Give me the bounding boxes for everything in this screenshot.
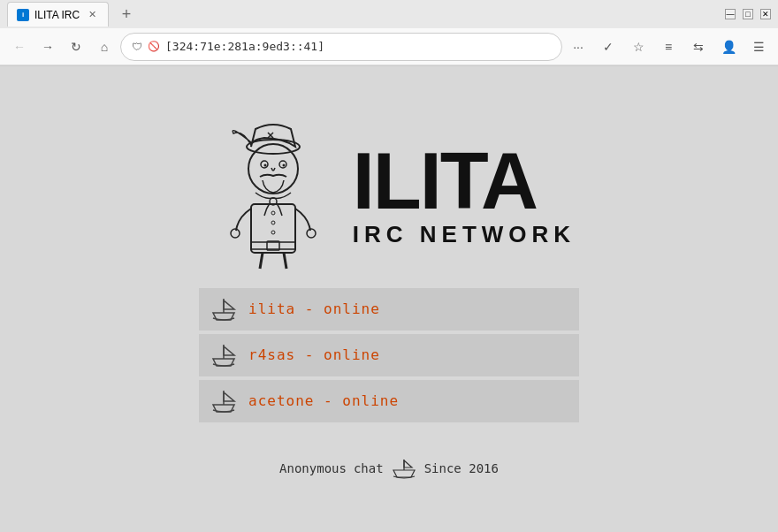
svg-marker-30	[393, 470, 415, 477]
svg-marker-20	[224, 300, 234, 309]
browser-chrome: i ILITA IRC ✕ + — □ ✕ ← → ↻ ⌂ 🛡 🚫	[0, 0, 778, 66]
svg-point-3	[248, 144, 298, 194]
server-item-acetone[interactable]: acetone - online	[199, 380, 579, 422]
footer: Anonymous chat Since 2016	[279, 458, 499, 480]
back-button[interactable]: ←	[7, 34, 32, 59]
new-tab-button[interactable]: +	[114, 2, 139, 27]
server-name-ilita: ilita - online	[248, 300, 380, 317]
nav-right-controls: ··· ✓ ☆ ≡ ⇆ 👤 ☰	[566, 34, 771, 59]
pocket-button[interactable]: ✓	[596, 34, 621, 59]
svg-point-7	[282, 163, 285, 166]
svg-point-10	[271, 211, 275, 215]
tab-favicon: i	[17, 9, 29, 21]
reading-mode-button[interactable]: ≡	[656, 34, 681, 59]
security-icon: 🛡	[132, 41, 142, 53]
main-title: ILITA	[353, 141, 537, 221]
sub-title: IRC NETWORK	[353, 221, 576, 248]
footer-boat-icon	[391, 458, 417, 480]
svg-marker-23	[224, 346, 234, 355]
svg-point-11	[271, 221, 275, 224]
title-bar-left: i ILITA IRC ✕ +	[7, 2, 139, 27]
maximize-button[interactable]: □	[743, 9, 753, 19]
page-content: ILITA IRC NETWORK ilita - online r4sas -…	[0, 66, 778, 532]
server-list: ilita - online r4sas - online acetone - …	[199, 288, 579, 422]
address-bar[interactable]: 🛡 🚫 [324:71e:281a:9ed3::41]	[120, 33, 562, 61]
forward-button[interactable]: →	[35, 34, 60, 59]
reload-button[interactable]: ↻	[64, 34, 88, 59]
title-area: ILITA IRC NETWORK	[353, 141, 576, 248]
footer-pre: Anonymous	[279, 461, 347, 475]
minimize-button[interactable]: —	[725, 9, 736, 19]
svg-point-6	[263, 163, 266, 166]
server-name-r4sas: r4sas - online	[248, 346, 380, 363]
server-item-ilita[interactable]: ilita - online	[199, 288, 579, 331]
server-item-r4sas[interactable]: r4sas - online	[199, 334, 579, 376]
window-controls: — □ ✕	[725, 9, 771, 19]
svg-line-17	[260, 253, 263, 269]
logo-area: ILITA IRC NETWORK	[202, 120, 576, 270]
favicon-icon: i	[22, 11, 24, 19]
close-button[interactable]: ✕	[760, 9, 771, 19]
server-name-acetone: acetone - online	[248, 392, 399, 409]
svg-marker-29	[404, 460, 412, 467]
title-bar: i ILITA IRC ✕ + — □ ✕	[0, 0, 778, 28]
pirate-logo	[202, 120, 344, 270]
address-text: [324:71e:281a:9ed3::41]	[165, 40, 551, 53]
svg-rect-13	[251, 242, 295, 249]
ship-icon-acetone	[210, 387, 238, 415]
ship-icon-ilita	[210, 295, 238, 323]
bookmark-button[interactable]: ☆	[626, 34, 651, 59]
sync-button[interactable]: ⇆	[686, 34, 711, 59]
browser-tab[interactable]: i ILITA IRC ✕	[7, 2, 109, 27]
tab-label: ILITA IRC	[34, 9, 80, 21]
footer-chat: chat	[354, 461, 384, 475]
more-button[interactable]: ···	[566, 34, 591, 59]
footer-since: Since 2016	[424, 461, 499, 475]
svg-point-12	[271, 231, 275, 234]
nav-bar: ← → ↻ ⌂ 🛡 🚫 [324:71e:281a:9ed3::41] ··· …	[0, 28, 778, 65]
home-button[interactable]: ⌂	[92, 34, 117, 59]
profile-button[interactable]: 👤	[716, 34, 741, 59]
ship-icon-r4sas	[210, 341, 238, 369]
tab-close-button[interactable]: ✕	[85, 8, 99, 22]
svg-marker-26	[224, 392, 234, 401]
svg-point-16	[307, 229, 316, 238]
menu-button[interactable]: ☰	[746, 34, 771, 59]
svg-point-15	[231, 229, 240, 238]
shield-slash-icon: 🚫	[148, 41, 160, 52]
svg-line-18	[284, 253, 286, 269]
